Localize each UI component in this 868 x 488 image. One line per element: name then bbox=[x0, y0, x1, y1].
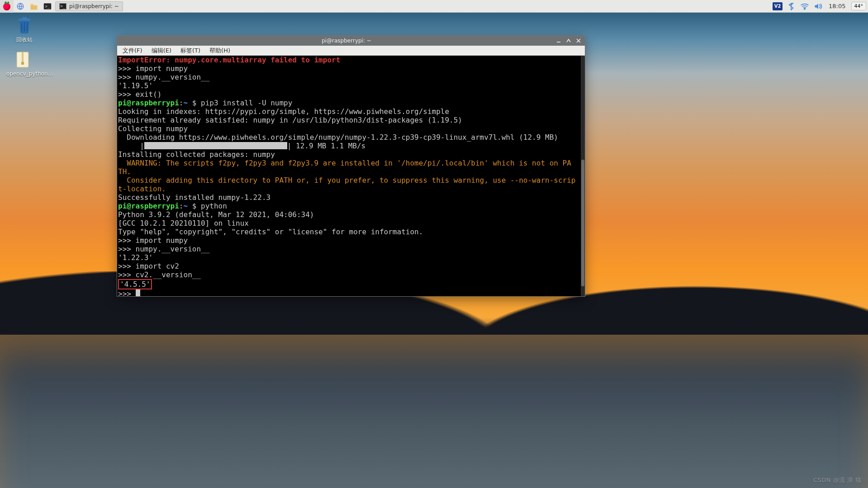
line: Installing collected packages: numpy bbox=[118, 150, 275, 159]
prompt-path: ~ bbox=[184, 99, 192, 107]
terminal-window: pi@raspberrypi: ~ 文件(F) 编辑(E) 标签(T) 帮助(H… bbox=[117, 35, 585, 297]
raspberry-icon bbox=[2, 2, 11, 11]
menu-tabs[interactable]: 标签(T) bbox=[177, 46, 204, 56]
volume-icon[interactable] bbox=[813, 1, 823, 11]
cmd: pip3 install -U numpy bbox=[201, 99, 292, 107]
prompt-path: ~ bbox=[184, 202, 192, 210]
line-warning: t-location. bbox=[118, 185, 166, 193]
line: >>> cv2.__version__ bbox=[118, 270, 201, 279]
line: Successfully installed numpy-1.22.3 bbox=[118, 193, 270, 202]
wifi-icon[interactable] bbox=[800, 1, 810, 11]
progress-left: | bbox=[118, 142, 144, 150]
line: Python 3.9.2 (default, Mar 12 2021, 04:0… bbox=[118, 210, 314, 219]
svg-rect-7 bbox=[22, 52, 24, 62]
line-import-error: ImportError: numpy.core.multiarray faile… bbox=[118, 56, 340, 64]
progress-right: | 12.9 MB 1.1 MB/s bbox=[287, 142, 365, 150]
minimize-button[interactable] bbox=[555, 38, 562, 44]
bluetooth-icon[interactable] bbox=[786, 1, 796, 11]
line-warning: TH. bbox=[118, 167, 131, 176]
svg-rect-5 bbox=[22, 17, 27, 19]
wallpaper-water bbox=[0, 335, 868, 488]
trash-label: 回收站 bbox=[8, 36, 41, 44]
line: Looking in indexes: https://pypi.org/sim… bbox=[118, 107, 449, 116]
line: Downloading https://www.piwheels.org/sim… bbox=[118, 133, 558, 142]
scrollbar-thumb[interactable] bbox=[581, 160, 584, 286]
prompt-user: pi@raspberrypi bbox=[118, 202, 179, 210]
prompt-sep: : bbox=[179, 99, 184, 107]
menu-file[interactable]: 文件(F) bbox=[119, 46, 146, 56]
line-prompt-idle: >>> bbox=[118, 289, 136, 296]
svg-text:>_: >_ bbox=[45, 4, 50, 9]
taskbar-task-label: pi@raspberrypi: ~ bbox=[69, 3, 119, 9]
prompt-dollar: $ bbox=[192, 202, 201, 210]
prompt-user: pi@raspberrypi bbox=[118, 99, 179, 107]
line: >>> import numpy bbox=[118, 64, 188, 73]
opencv-archive-icon[interactable]: opencv_python… bbox=[6, 51, 39, 77]
titlebar[interactable]: pi@raspberrypi: ~ bbox=[117, 36, 585, 46]
folder-icon bbox=[29, 1, 39, 11]
cursor bbox=[136, 289, 140, 296]
vnc-indicator[interactable]: V2 bbox=[773, 2, 783, 10]
globe-icon bbox=[15, 1, 25, 11]
line: Type "help", "copyright", "credits" or "… bbox=[118, 227, 423, 236]
terminal-body[interactable]: ImportError: numpy.core.multiarray faile… bbox=[117, 56, 585, 296]
line: >>> numpy.__version__ bbox=[118, 245, 209, 253]
prompt-dollar: $ bbox=[192, 99, 201, 107]
watermark: CSDN @流 浪 猫 bbox=[813, 476, 862, 484]
menu-button[interactable] bbox=[0, 0, 14, 13]
taskbar: >_ >_ pi@raspberrypi: ~ V2 18:05 44° bbox=[0, 0, 868, 13]
menu-edit[interactable]: 编辑(E) bbox=[148, 46, 175, 56]
menubar: 文件(F) 编辑(E) 标签(T) 帮助(H) bbox=[117, 46, 585, 56]
scrollbar[interactable] bbox=[581, 56, 585, 296]
maximize-button[interactable] bbox=[565, 38, 572, 44]
window-title: pi@raspberrypi: ~ bbox=[138, 38, 555, 44]
terminal-text[interactable]: ImportError: numpy.core.multiarray faile… bbox=[117, 56, 581, 296]
prompt-sep: : bbox=[179, 202, 184, 210]
line: '1.19.5' bbox=[118, 81, 153, 90]
line: >>> import cv2 bbox=[118, 262, 179, 270]
cpu-temp[interactable]: 44° bbox=[851, 2, 867, 10]
svg-rect-8 bbox=[21, 62, 24, 65]
archive-glyph bbox=[14, 51, 32, 69]
svg-point-3 bbox=[804, 8, 805, 9]
line: '1.22.3' bbox=[118, 253, 153, 262]
clock[interactable]: 18:05 bbox=[827, 3, 847, 9]
close-button[interactable] bbox=[575, 38, 582, 44]
opencv-archive-label: opencv_python… bbox=[6, 71, 39, 77]
cmd: python bbox=[201, 202, 227, 210]
terminal-icon: >_ bbox=[43, 1, 52, 11]
filemanager-launcher[interactable] bbox=[27, 0, 41, 13]
line: >>> exit() bbox=[118, 90, 161, 99]
line: >>> numpy.__version__ bbox=[118, 73, 209, 81]
menu-help[interactable]: 帮助(H) bbox=[206, 46, 234, 56]
line-warning: WARNING: The scripts f2py, f2py3 and f2p… bbox=[118, 159, 571, 167]
trash-glyph bbox=[15, 16, 33, 34]
line: >>> import numpy bbox=[118, 236, 188, 245]
trash-icon[interactable]: 回收站 bbox=[8, 16, 41, 44]
line: Requirement already satisfied: numpy in … bbox=[118, 116, 462, 124]
line: [GCC 10.2.1 20210110] on linux bbox=[118, 219, 249, 227]
terminal-launcher[interactable]: >_ bbox=[41, 0, 54, 13]
terminal-mini-icon: >_ bbox=[59, 3, 66, 9]
highlighted-version: '4.5.5' bbox=[118, 279, 152, 289]
line-warning: Consider adding this directory to PATH o… bbox=[118, 176, 575, 185]
line: Collecting numpy bbox=[118, 124, 188, 133]
taskbar-task-terminal[interactable]: >_ pi@raspberrypi: ~ bbox=[55, 1, 123, 11]
progress-bar bbox=[144, 142, 287, 149]
browser-launcher[interactable] bbox=[14, 0, 27, 13]
